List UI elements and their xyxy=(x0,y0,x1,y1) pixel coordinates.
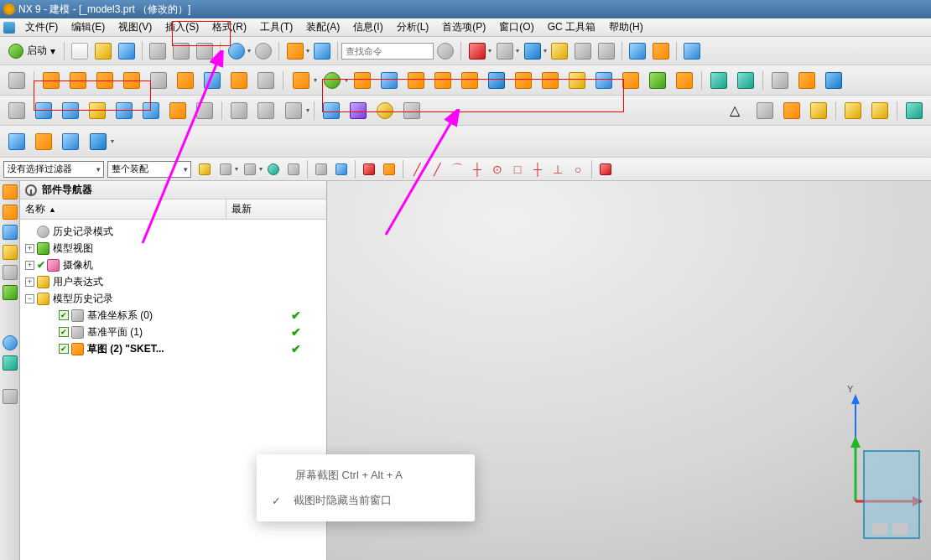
r3-btn-9[interactable] xyxy=(226,98,252,123)
move-button[interactable] xyxy=(706,68,731,93)
snap-center[interactable]: ⊙ xyxy=(488,160,507,179)
revolve-button[interactable] xyxy=(65,68,91,93)
feat-btn-7[interactable] xyxy=(173,68,198,93)
r4-btn-1[interactable] xyxy=(4,129,29,154)
menu-analyze[interactable]: 分析(L) xyxy=(390,18,436,36)
link-button[interactable] xyxy=(733,68,758,93)
r4-btn-4[interactable]: ▾ xyxy=(85,129,114,154)
checkbox-icon[interactable]: ✔ xyxy=(59,310,69,320)
fr-btn-2[interactable]: ▾ xyxy=(216,160,238,179)
r4-btn-3[interactable] xyxy=(58,129,83,154)
feat-btn-29[interactable] xyxy=(794,68,819,93)
menu-tools[interactable]: 工具(T) xyxy=(253,18,299,36)
rail-btn-6[interactable] xyxy=(3,285,18,300)
info-tool-button[interactable] xyxy=(311,40,333,62)
r3-btn-5[interactable] xyxy=(112,98,137,123)
expand-icon[interactable]: + xyxy=(25,244,34,253)
col-name[interactable]: 名称▲ xyxy=(20,200,226,219)
rail-btn-1[interactable] xyxy=(3,184,18,200)
rail-btn-8[interactable] xyxy=(3,355,18,371)
menu-info[interactable]: 信息(I) xyxy=(346,18,389,36)
open-button[interactable] xyxy=(92,40,114,62)
feat-btn-10[interactable] xyxy=(253,68,278,93)
grid-button[interactable] xyxy=(752,98,778,123)
snap-int[interactable]: ┼ xyxy=(528,160,547,179)
tree-cameras[interactable]: + ✔ 摄像机 xyxy=(22,257,325,273)
feat-btn-6[interactable] xyxy=(146,68,171,93)
edge-blend-button[interactable] xyxy=(350,68,375,93)
fr-btn-7[interactable] xyxy=(332,160,351,179)
menu-assembly[interactable]: 装配(A) xyxy=(299,18,346,36)
feat-btn-23[interactable] xyxy=(618,68,643,93)
tree-model-views[interactable]: + 模型视图 xyxy=(22,240,325,257)
r3-btn-18[interactable] xyxy=(867,98,892,123)
feat-btn-9[interactable] xyxy=(226,68,252,93)
tree-user-expressions[interactable]: + 用户表达式 xyxy=(22,273,325,290)
snap-arc[interactable]: ⌒ xyxy=(448,160,466,179)
display-mode-button[interactable]: ▾ xyxy=(466,40,492,62)
tree-model-history[interactable]: − 模型历史记录 xyxy=(22,290,325,307)
undo-button[interactable]: ▾ xyxy=(225,40,251,62)
menu-window[interactable]: 窗口(O) xyxy=(492,18,540,36)
expand-icon[interactable]: + xyxy=(25,261,34,270)
fr-btn-9[interactable] xyxy=(380,160,398,179)
rail-btn-4[interactable] xyxy=(3,245,18,260)
sheet-button[interactable] xyxy=(572,40,594,62)
fr-btn-5[interactable] xyxy=(284,160,303,179)
r3-btn-14[interactable] xyxy=(372,98,398,123)
search-go-button[interactable] xyxy=(434,40,456,62)
tree-sketch[interactable]: ✔ 草图 (2) "SKET... ✔ xyxy=(22,340,325,357)
feat-btn-1[interactable] xyxy=(4,68,29,93)
checkbox-icon[interactable]: ✔ xyxy=(59,344,69,354)
r3-btn-19[interactable] xyxy=(902,98,927,123)
command-search-input[interactable] xyxy=(341,43,434,60)
feat-btn-25[interactable] xyxy=(672,68,697,93)
menu-preferences[interactable]: 首选项(P) xyxy=(435,18,492,36)
feat-btn-24[interactable] xyxy=(645,68,670,93)
rail-btn-3[interactable] xyxy=(3,225,18,240)
r4-btn-2[interactable] xyxy=(31,129,56,154)
selection-filter-combo[interactable]: 没有选择过滤器 xyxy=(3,161,104,178)
snap-line[interactable]: ╱ xyxy=(408,160,426,179)
r3-btn-15[interactable] xyxy=(399,98,424,123)
menu-format[interactable]: 格式(R) xyxy=(205,18,253,36)
chamfer-button[interactable] xyxy=(377,68,402,93)
feat-btn-21[interactable] xyxy=(564,68,590,93)
redo-button[interactable] xyxy=(252,40,274,62)
popup-line-1[interactable]: 屏幕截图 Ctrl + Alt + A xyxy=(272,468,460,483)
misc-button[interactable] xyxy=(681,40,703,62)
save-button[interactable] xyxy=(116,40,138,62)
r3-btn-11[interactable]: ▾ xyxy=(280,98,309,123)
datum-plane-button[interactable] xyxy=(767,68,793,93)
sketch-tool-button[interactable]: ▾ xyxy=(283,40,309,62)
solid-button[interactable]: ▾ xyxy=(521,40,547,62)
fr-btn-1[interactable] xyxy=(195,160,214,179)
pin-icon[interactable] xyxy=(25,184,37,196)
rail-btn-7[interactable] xyxy=(3,335,18,350)
copy-button[interactable] xyxy=(170,40,192,62)
menu-edit[interactable]: 编辑(E) xyxy=(65,18,112,36)
rail-btn-9[interactable] xyxy=(3,389,18,404)
subtract-button[interactable]: ▾ xyxy=(319,68,348,93)
snap-tang[interactable]: ○ xyxy=(569,160,587,179)
r3-btn-16[interactable] xyxy=(806,98,831,123)
feat-btn-8[interactable] xyxy=(200,68,225,93)
feat-btn-30[interactable] xyxy=(821,68,846,93)
menu-gc-toolkit[interactable]: GC 工具箱 xyxy=(541,18,602,36)
tree-history-mode[interactable]: 历史记录模式 xyxy=(22,223,325,240)
snap-mid[interactable]: ┼ xyxy=(468,160,486,179)
r3-btn-7[interactable] xyxy=(165,98,190,123)
print-button[interactable]: ▾ xyxy=(493,40,519,62)
unite-button[interactable]: ▾ xyxy=(288,68,317,93)
assembly-book-button[interactable] xyxy=(627,40,648,62)
tree-datum-csys[interactable]: ✔ 基准坐标系 (0) ✔ xyxy=(22,307,325,324)
menu-insert[interactable]: 插入(S) xyxy=(159,18,205,36)
r3-btn-4[interactable] xyxy=(85,98,110,123)
r3-btn-6[interactable] xyxy=(138,98,164,123)
cut-button[interactable] xyxy=(147,40,169,62)
draft-button[interactable] xyxy=(403,68,429,93)
measure-button[interactable]: △ xyxy=(726,98,751,123)
r3-btn-8[interactable] xyxy=(192,98,217,123)
start-button[interactable]: 启动 ▾ xyxy=(4,40,60,62)
popup-line-2[interactable]: ✓ 截图时隐藏当前窗口 xyxy=(272,493,460,508)
